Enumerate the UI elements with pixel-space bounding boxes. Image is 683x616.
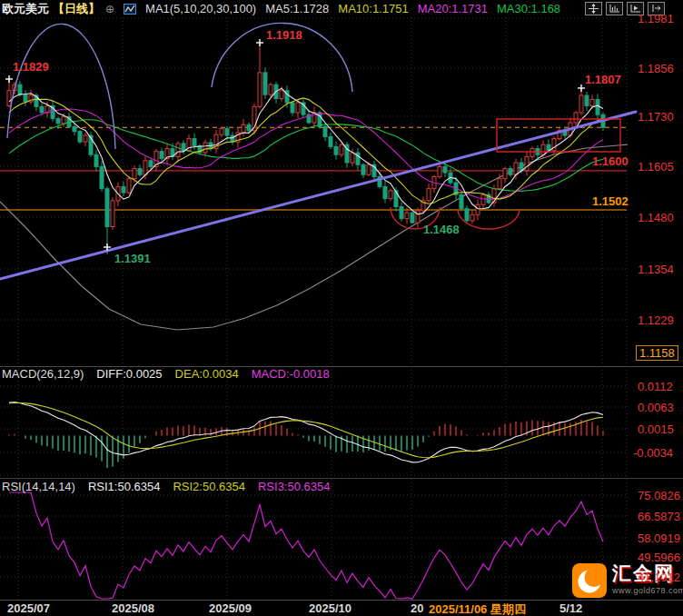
main-axis-tick: 1.1981 <box>638 12 674 25</box>
watermark-site-url: www.gold678.com <box>612 586 683 595</box>
gold678-logo-icon <box>572 563 607 598</box>
main-chart-header: 欧元美元 【日线】 ⊕ MA1(5,10,20,30,100) MA5:1.17… <box>2 1 560 16</box>
month-label: 2025/07 <box>7 601 50 615</box>
macd-value: MACD:-0.0018 <box>252 367 330 381</box>
macd-axis-tick: 0.0112 <box>638 380 673 393</box>
ma-params-label: MA1(5,10,20,30,100) <box>145 2 256 15</box>
circle-plus-icon[interactable]: ⊕ <box>105 3 114 15</box>
main-axis-tick: 1.1354 <box>638 263 674 276</box>
ma30-value: MA30:1.168 <box>497 2 560 15</box>
main-axis-tick: 1.1605 <box>638 160 674 174</box>
main-axis-tick: 1.1730 <box>638 110 674 124</box>
macd-axis-tick: -0.0034 <box>633 446 673 460</box>
move-crosshair-button[interactable] <box>585 2 602 15</box>
rsi-axis-tick: 49.5966 <box>638 551 680 564</box>
main-axis-tick: 1.1480 <box>638 211 674 224</box>
macd-dea-value: DEA:0.0034 <box>175 367 239 381</box>
rsi1-value: RSI1:50.6354 <box>88 480 161 493</box>
price-annotation-label: 1.1807 <box>585 73 621 86</box>
month-label: 20 <box>411 601 423 615</box>
rsi-axis-tick: 75.0826 <box>638 489 680 502</box>
month-label: 2025/10 <box>309 601 351 615</box>
price-annotation-label: 1.1918 <box>266 28 302 42</box>
macd-params-label: MACD(26,12,9) <box>2 367 84 381</box>
price-annotation-label: 1.1502 <box>592 194 629 208</box>
price-annotation-label: 1.1600 <box>592 154 629 168</box>
month-label: 2025/09 <box>209 601 252 615</box>
macd-header: MACD(26,12,9) DIFF:0.0025 DEA:0.0034 MAC… <box>2 367 330 381</box>
rsi-header: RSI(14,14,14) RSI1:50.6354 RSI2:50.6354 … <box>2 480 330 493</box>
month-label-tail: 5/12 <box>559 601 582 615</box>
axis-price-box: 1.1158 <box>636 345 678 361</box>
main-axis-tick: 1.1856 <box>638 62 674 75</box>
macd-axis-tick: 0.0015 <box>638 422 674 436</box>
trading-app-window: 欧元美元 【日线】 ⊕ MA1(5,10,20,30,100) MA5:1.17… <box>0 0 683 616</box>
ma5-value: MA5:1.1728 <box>265 2 329 15</box>
axis-chart-button[interactable] <box>606 2 623 15</box>
rsi-axis-tick: 66.5873 <box>638 510 680 523</box>
month-label: 2025/08 <box>112 601 154 615</box>
main-axis-tick: 1.1229 <box>638 313 674 327</box>
price-annotation-label: 1.1468 <box>423 223 460 236</box>
ma20-value: MA20:1.1731 <box>418 2 488 15</box>
ma10-value: MA10:1.1751 <box>338 2 408 15</box>
rsi-params-label: RSI(14,14,14) <box>2 480 75 493</box>
rsi-axis-tick: 58.0919 <box>638 532 680 545</box>
mini-chart-icon <box>124 4 136 15</box>
price-chart-canvas[interactable] <box>0 0 683 616</box>
symbol-title: 欧元美元 <box>2 1 49 17</box>
price-annotation-label: 1.1829 <box>13 60 49 74</box>
rsi-axis-tick: 41.1012 <box>638 571 680 584</box>
price-annotation-label: 1.1391 <box>114 252 151 265</box>
crosshair-date-label: 2025/11/06 星期四 <box>429 601 526 616</box>
macd-diff-value: DIFF:0.0025 <box>96 367 162 381</box>
rsi2-value: RSI2:50.6354 <box>173 480 245 493</box>
macd-axis-tick: 0.0063 <box>638 401 674 414</box>
rsi3-value: RSI3:50.6354 <box>258 480 331 493</box>
period-label[interactable]: 【日线】 <box>53 1 100 17</box>
